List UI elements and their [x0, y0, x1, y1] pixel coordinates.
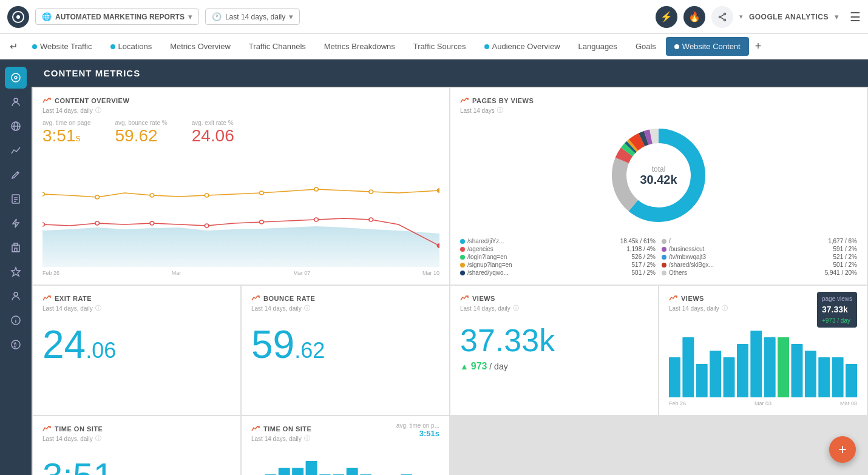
tab-languages[interactable]: Languages	[570, 37, 626, 56]
sidebar-item-globe[interactable]	[5, 115, 27, 137]
lightning-icon-btn[interactable]: ⚡	[656, 6, 677, 28]
tab-label: Metrics Breakdowns	[324, 42, 395, 51]
tab-add-icon[interactable]: +	[750, 38, 767, 55]
svg-rect-75	[279, 468, 290, 475]
tab-goals[interactable]: Goals	[627, 37, 665, 56]
legend-item: Others 5,941 / 20%	[662, 269, 857, 276]
trend-icon	[251, 294, 260, 303]
bounce-rate-value: 59.62	[251, 322, 439, 367]
card-content-overview: CONTENT OVERVIEW Last 14 days, daily ⓘ a…	[33, 88, 449, 285]
svg-rect-71	[832, 357, 844, 397]
sidebar-item-lightning[interactable]	[5, 212, 27, 234]
svg-rect-62	[710, 351, 721, 397]
svg-rect-77	[306, 461, 317, 475]
tab-metrics-overview[interactable]: Metrics Overview	[161, 37, 239, 56]
tab-traffic-sources[interactable]: Traffic Sources	[405, 37, 475, 56]
trend-icon	[460, 96, 469, 105]
svg-rect-67	[778, 337, 789, 397]
date-label: Last 14 days, daily	[225, 13, 285, 21]
legend-dot	[662, 263, 666, 268]
fire-icon-btn[interactable]: 🔥	[683, 6, 705, 28]
trend-icon	[42, 294, 51, 303]
svg-rect-14	[12, 195, 19, 203]
svg-marker-18	[13, 219, 19, 227]
legend-dot	[662, 271, 666, 275]
card-subtitle: Last 14 days, daily ⓘ	[251, 304, 439, 312]
svg-point-3	[719, 16, 721, 18]
views-bar-chart	[669, 331, 857, 397]
tab-label: Locations	[118, 42, 152, 51]
donut-container: total 30.42k	[460, 121, 857, 232]
fab-icon: +	[838, 441, 847, 458]
topbar-icons: ⚡ 🔥 ▾ GOOGLE ANALYTICS ▾ ☰	[656, 6, 861, 28]
sidebar-item-account[interactable]	[5, 285, 27, 307]
svg-point-35	[259, 191, 263, 195]
avg-time-label: avg. time on p... 3:51s	[396, 422, 439, 438]
tab-audience-overview[interactable]: Audience Overview	[476, 37, 569, 56]
svg-point-37	[369, 190, 373, 194]
nav-tabs: ↵ Website Traffic Locations Metrics Over…	[0, 34, 868, 59]
sidebar-item-reports[interactable]	[5, 188, 27, 210]
sidebar-item-edit[interactable]	[5, 164, 27, 186]
tab-dot	[32, 44, 37, 49]
tab-traffic-channels[interactable]: Traffic Channels	[240, 37, 314, 56]
date-arrow-icon: ▾	[289, 12, 293, 21]
tab-website-content[interactable]: Website Content	[666, 37, 749, 56]
sidebar-item-billing[interactable]: ₿	[5, 334, 27, 355]
tab-label: Website Content	[682, 42, 741, 51]
svg-point-27	[16, 318, 16, 319]
legend-item: /signup?lang=en 517 / 2%	[460, 261, 656, 268]
info-icon: ⓘ	[95, 106, 101, 115]
avg-time-stat: avg. time on page 3:51s	[42, 120, 91, 146]
tab-label: Metrics Overview	[170, 42, 231, 51]
nav-back-icon[interactable]: ↵	[5, 38, 22, 55]
info-icon: ⓘ	[304, 304, 310, 312]
fab-button[interactable]: +	[829, 436, 856, 463]
card-subtitle: Last 14 days ⓘ	[460, 106, 857, 115]
svg-point-32	[95, 195, 100, 199]
tab-metrics-breakdowns[interactable]: Metrics Breakdowns	[316, 37, 404, 56]
sidebar: ₿	[0, 59, 32, 475]
topbar: 🌐 AUTOMATED MARKETING REPORTS ▾ 🕐 Last 1…	[0, 0, 868, 34]
svg-marker-23	[12, 268, 20, 276]
date-selector[interactable]: 🕐 Last 14 days, daily ▾	[205, 8, 300, 25]
card-exit-rate: EXIT RATE Last 14 days, daily ⓘ 24.06	[33, 286, 240, 415]
tab-website-traffic[interactable]: Website Traffic	[24, 37, 101, 56]
content-metrics-header: CONTENT METRICS	[32, 59, 868, 87]
svg-point-31	[42, 192, 44, 196]
exit-label: avg. exit rate %	[192, 120, 234, 126]
svg-rect-60	[682, 337, 694, 397]
card-time-on-site-chart: TIME ON SITE Last 14 days, daily ⓘ avg. …	[242, 416, 449, 475]
report-selector[interactable]: 🌐 AUTOMATED MARKETING REPORTS ▾	[35, 8, 199, 25]
avg-time-value: 3:51s	[42, 126, 91, 146]
trend-icon	[251, 425, 260, 433]
legend-dot	[460, 263, 465, 268]
legend-item: /agencies 1,198 / 4%	[460, 246, 656, 252]
dashboard-grid: CONTENT OVERVIEW Last 14 days, daily ⓘ a…	[32, 87, 868, 475]
exit-stat: avg. exit rate % 24.06	[192, 120, 234, 146]
sidebar-item-star[interactable]	[5, 261, 27, 283]
sidebar-item-dashboard[interactable]	[5, 67, 27, 89]
svg-text:₿: ₿	[13, 342, 17, 348]
sidebar-item-building[interactable]	[5, 237, 27, 258]
svg-text:total: total	[652, 165, 666, 173]
sidebar-item-flow[interactable]	[5, 140, 27, 161]
svg-point-9	[14, 98, 18, 102]
share-icon-btn[interactable]	[711, 6, 733, 28]
svg-rect-80	[347, 468, 358, 475]
card-title: VIEWS	[460, 294, 648, 303]
info-icon: ⓘ	[722, 304, 728, 312]
sidebar-item-info[interactable]	[5, 309, 27, 331]
svg-point-40	[95, 221, 100, 225]
hamburger-icon[interactable]: ☰	[850, 10, 861, 24]
sidebar-item-users[interactable]	[5, 91, 27, 113]
content-metrics-title: CONTENT METRICS	[44, 68, 140, 78]
legend-dot	[460, 247, 465, 252]
content-overview-chart	[42, 146, 439, 267]
globe-icon: 🌐	[42, 12, 52, 21]
svg-point-7	[12, 73, 20, 82]
report-arrow-icon: ▾	[188, 12, 192, 21]
bounce-value: 59.62	[115, 126, 168, 146]
tab-locations[interactable]: Locations	[102, 37, 161, 56]
card-title: TIME ON SITE	[42, 425, 231, 433]
